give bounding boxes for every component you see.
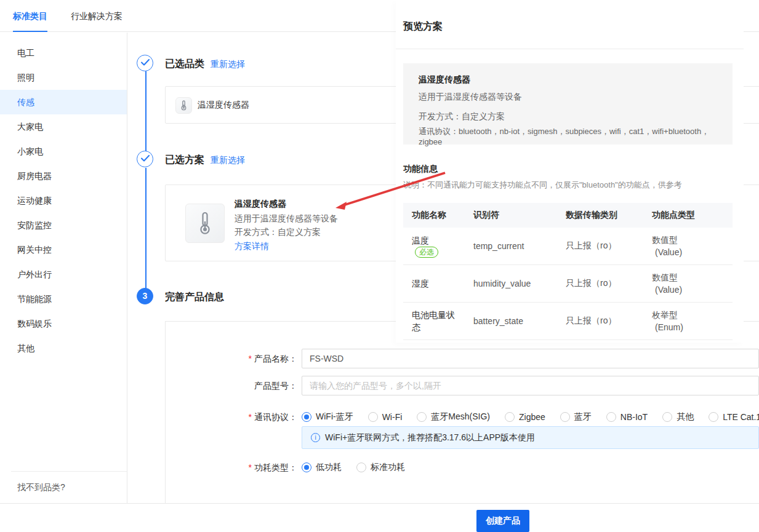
table-row: 温度必选 temp_current 只上报（ro） 数值型(Value)	[403, 228, 733, 265]
summary-name: 温湿度传感器	[419, 74, 733, 85]
product-model-input[interactable]	[302, 376, 759, 395]
step1-title: 已选品类	[165, 58, 204, 71]
function-info-title: 功能信息	[403, 164, 438, 175]
product-name-label: *产品名称：	[228, 354, 297, 365]
solution-summary-box: 温湿度传感器 适用于温湿度传感器等设备 开发方式：自定义方案 通讯协议：blue…	[403, 63, 733, 145]
radio-wifi[interactable]: Wi-Fi	[368, 412, 403, 422]
tab-industry-solution[interactable]: 行业解决方案	[71, 0, 122, 32]
radio-low-power[interactable]: 低功耗	[302, 462, 342, 473]
fn-name: 温度	[412, 234, 460, 247]
sidebar-item-gateway[interactable]: 网关中控	[0, 237, 127, 262]
sidebar-item-kitchen[interactable]: 厨房电器	[0, 164, 127, 188]
required-asterisk: *	[249, 354, 252, 363]
radio-wifi-bt[interactable]: WiFi-蓝牙	[302, 411, 353, 423]
fn-transfer: 只上报（ro）	[563, 240, 649, 252]
radio-icon	[368, 412, 378, 422]
solution-name: 温湿度传感器	[235, 199, 286, 210]
selected-category-name: 温湿度传感器	[198, 100, 249, 111]
fn-type: 枚举型	[652, 309, 730, 321]
fn-identifier: humidity_value	[471, 279, 563, 288]
col-header-type: 功能点类型	[649, 210, 730, 221]
function-table: 功能名称 识别符 数据传输类别 功能点类型 温度必选 temp_current …	[403, 203, 733, 340]
sidebar-item-small-appliance[interactable]: 小家电	[0, 139, 127, 164]
required-badge: 必选	[415, 247, 438, 258]
radio-zigbee[interactable]: Zigbee	[505, 412, 545, 422]
preview-solution-panel: 预览方案 温湿度传感器 适用于温湿度传感器等设备 开发方式：自定义方案 通讯协议…	[396, 0, 744, 343]
radio-bt-mesh[interactable]: 蓝牙Mesh(SIG)	[417, 411, 490, 423]
radio-standard-power[interactable]: 标准功耗	[356, 462, 405, 473]
step3-number-badge: 3	[137, 288, 153, 304]
sidebar-item-electrical[interactable]: 电工	[0, 41, 127, 65]
col-header-name: 功能名称	[403, 210, 471, 221]
product-model-label: 产品型号：	[228, 381, 297, 392]
radio-icon	[606, 412, 616, 422]
fn-identifier: battery_state	[471, 316, 563, 326]
power-radio-group: 低功耗 标准功耗	[302, 462, 405, 473]
radio-icon	[302, 463, 311, 472]
required-asterisk: *	[249, 463, 252, 472]
sidebar-item-energy[interactable]: 节能能源	[0, 287, 127, 311]
step-connector-2	[145, 168, 147, 288]
footer-divider	[0, 503, 759, 504]
power-type-label: *功耗类型：	[228, 463, 297, 474]
radio-lte-cat1[interactable]: LTE Cat.1	[709, 412, 759, 422]
radio-icon	[505, 412, 515, 422]
category-sidebar: 电工 照明 传感 大家电 小家电 厨房电器 运动健康 安防监控 网关中控 户外出…	[0, 33, 127, 503]
solution-dev-mode: 开发方式：自定义方案	[235, 227, 321, 238]
radio-other[interactable]: 其他	[662, 411, 694, 423]
sidebar-item-other[interactable]: 其他	[0, 336, 127, 360]
sidebar-item-security[interactable]: 安防监控	[0, 213, 127, 237]
function-info-note: 说明：不同通讯能力可能支持功能点不同，仅展示"bluetooth"的功能点，供参…	[403, 180, 682, 191]
create-product-button[interactable]: 创建产品	[476, 510, 529, 532]
col-header-transfer: 数据传输类别	[563, 210, 649, 221]
sidebar-item-large-appliance[interactable]: 大家电	[0, 114, 127, 139]
fn-name: 电池电量状态	[412, 309, 460, 333]
step3-title: 完善产品信息	[165, 291, 224, 304]
radio-bt[interactable]: 蓝牙	[560, 411, 592, 423]
radio-icon	[302, 412, 311, 422]
sidebar-item-digital-entertainment[interactable]: 数码娱乐	[0, 311, 127, 336]
fn-identifier: temp_current	[471, 241, 563, 251]
radio-icon	[560, 412, 570, 422]
sidebar-item-sport-health[interactable]: 运动健康	[0, 188, 127, 213]
fn-type-en: (Value)	[652, 246, 730, 258]
step-connector-1	[145, 71, 147, 151]
col-header-identifier: 识别符	[471, 210, 563, 221]
step2-check-icon	[137, 151, 153, 167]
summary-desc: 适用于温湿度传感器等设备	[419, 92, 733, 103]
product-name-input[interactable]	[302, 349, 759, 368]
sidebar-item-outdoor[interactable]: 户外出行	[0, 262, 127, 287]
radio-nbiot[interactable]: NB-IoT	[606, 412, 648, 422]
summary-protocols: 通讯协议：bluetooth，nb-iot，sigmesh，subpieces，…	[419, 126, 733, 146]
radio-icon	[662, 412, 672, 422]
sidebar-item-lighting[interactable]: 照明	[0, 65, 127, 90]
fn-transfer: 只上报（ro）	[563, 278, 649, 289]
summary-dev-mode: 开发方式：自定义方案	[419, 111, 733, 122]
required-asterisk: *	[249, 412, 252, 422]
fn-type-en: (Value)	[652, 284, 730, 296]
cannot-find-category-link[interactable]: 找不到品类?	[0, 475, 127, 499]
solution-desc: 适用于温湿度传感器等设备	[235, 213, 338, 224]
step2-title: 已选方案	[165, 154, 204, 167]
radio-icon	[709, 412, 718, 422]
preview-title: 预览方案	[403, 20, 443, 33]
create-product-page: 标准类目 行业解决方案 电工 照明 传感 大家电 小家电 厨房电器 运动健康 安…	[0, 0, 759, 532]
table-header-row: 功能名称 识别符 数据传输类别 功能点类型	[403, 203, 733, 228]
banner-text: WiFi+蓝牙联网方式，推荐搭配3.17.6以上APP版本使用	[325, 432, 535, 443]
solution-detail-link[interactable]: 方案详情	[235, 241, 269, 252]
table-row: 湿度 humidity_value 只上报（ro） 数值型(Value)	[403, 265, 733, 303]
thermometer-icon	[175, 97, 192, 114]
fn-type: 数值型	[652, 271, 730, 284]
fn-transfer: 只上报（ro）	[563, 316, 649, 327]
radio-icon	[417, 412, 427, 422]
tab-standard-category[interactable]: 标准类目	[13, 0, 47, 32]
step1-reselect-link[interactable]: 重新选择	[211, 59, 245, 70]
step2-reselect-link[interactable]: 重新选择	[211, 155, 245, 166]
info-icon: i	[311, 433, 320, 442]
fn-type-en: (Enum)	[652, 321, 730, 333]
fn-type: 数值型	[652, 234, 730, 246]
protocol-label: *通讯协议：	[228, 412, 297, 423]
sidebar-item-sensor[interactable]: 传感	[0, 90, 127, 114]
protocol-info-banner: i WiFi+蓝牙联网方式，推荐搭配3.17.6以上APP版本使用	[302, 426, 759, 449]
sidebar-divider	[11, 471, 127, 472]
